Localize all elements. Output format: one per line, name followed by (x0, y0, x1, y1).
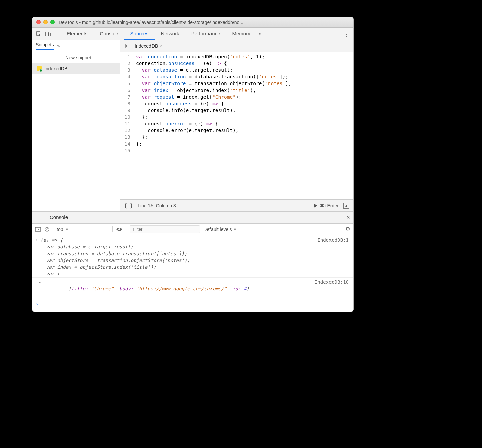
svg-rect-2 (49, 33, 50, 36)
sidebar-tab-snippets[interactable]: Snippets (36, 42, 54, 50)
console-settings-icon[interactable] (345, 226, 351, 232)
snippet-item[interactable]: IndexedDB (32, 63, 120, 74)
close-tab-icon[interactable]: × (160, 43, 163, 48)
editor-column: IndexedDB × 123456789101112131415 var co… (120, 40, 353, 211)
separator (112, 226, 113, 232)
kebab-menu-icon[interactable]: ⋮ (342, 30, 351, 38)
tab-console[interactable]: Console (94, 28, 124, 40)
file-tab-name: IndexedDB (135, 43, 158, 49)
tabs-overflow-icon[interactable]: » (256, 28, 264, 40)
log-source-link[interactable]: IndexedDB:1 (317, 237, 349, 277)
tab-network[interactable]: Network (155, 28, 185, 40)
devtools-window: DevTools - mdn.github.io/learning-area/j… (32, 17, 354, 312)
inspect-element-icon[interactable] (35, 30, 42, 38)
console-output: ‹ (e) => { var database = e.target.resul… (32, 235, 353, 312)
nav-back-icon[interactable] (123, 43, 129, 49)
titlebar: DevTools - mdn.github.io/learning-area/j… (32, 17, 353, 28)
run-snippet-button[interactable]: ⌘+Enter (314, 203, 339, 208)
chevron-down-icon: ▼ (233, 227, 237, 231)
chevron-down-icon: ▼ (65, 227, 69, 231)
levels-label: Default levels (203, 227, 232, 232)
console-prompt[interactable]: › (32, 300, 353, 308)
device-toolbar-icon[interactable] (44, 30, 52, 38)
console-log-row: ▸ {title: "Chrome", body: "https://www.g… (32, 277, 353, 300)
live-expression-icon[interactable] (116, 227, 123, 232)
prompt-chevron-icon: › (36, 301, 38, 307)
drawer-kebab-icon[interactable]: ⋮ (36, 214, 44, 221)
sidebar-kebab-icon[interactable]: ⋮ (108, 42, 116, 50)
new-snippet-button[interactable]: + New snippet (32, 52, 120, 63)
tab-memory[interactable]: Memory (226, 28, 256, 40)
separator (126, 226, 126, 232)
file-tab[interactable]: IndexedDB × (132, 40, 165, 52)
sources-panel: Snippets » ⋮ + New snippet IndexedDB Ind… (32, 40, 353, 211)
panel-tabs: ElementsConsoleSourcesNetworkPerformance… (61, 28, 256, 40)
close-window-icon[interactable] (36, 20, 41, 24)
separator (57, 31, 57, 37)
log-levels-selector[interactable]: Default levels ▼ (203, 227, 237, 232)
maximize-window-icon[interactable] (50, 20, 55, 24)
main-toolbar: ElementsConsoleSourcesNetworkPerformance… (32, 28, 353, 40)
separator (291, 226, 291, 232)
drawer-tab-console[interactable]: Console (48, 212, 69, 224)
console-drawer: ⋮ Console × top ▼ Default levels (32, 211, 353, 312)
context-selector[interactable]: top ▼ (57, 227, 109, 232)
filter-input[interactable] (130, 225, 200, 233)
window-title: DevTools - mdn.github.io/learning-area/j… (59, 20, 243, 25)
close-drawer-icon[interactable]: × (346, 214, 350, 221)
snippets-sidebar: Snippets » ⋮ + New snippet IndexedDB (32, 40, 120, 211)
tab-sources[interactable]: Sources (124, 28, 155, 40)
minimize-window-icon[interactable] (43, 20, 48, 24)
editor-status-bar: { } Line 15, Column 3 ⌘+Enter ▲ (120, 199, 353, 211)
tab-elements[interactable]: Elements (61, 28, 94, 40)
pretty-print-icon[interactable]: { } (124, 203, 133, 209)
snippet-name: IndexedDB (44, 66, 67, 71)
collapse-arrow-icon[interactable]: ‹ (35, 237, 40, 277)
expand-arrow-icon[interactable]: ▸ (35, 279, 40, 299)
separator (53, 226, 53, 232)
sidebar-header: Snippets » ⋮ (32, 40, 120, 52)
clear-console-icon[interactable] (44, 227, 50, 232)
svg-rect-1 (46, 32, 48, 36)
sidebar-tabs-overflow-icon[interactable]: » (57, 43, 60, 49)
code-editor[interactable]: 123456789101112131415 var connection = i… (120, 52, 353, 199)
console-sidebar-toggle-icon[interactable] (35, 227, 41, 232)
snippet-file-icon (37, 66, 42, 71)
code-content[interactable]: var connection = indexedDB.open('notes',… (133, 52, 353, 199)
traffic-lights (36, 20, 55, 24)
plus-icon: + (61, 55, 63, 60)
line-gutter: 123456789101112131415 (120, 52, 133, 199)
console-toolbar: top ▼ Default levels ▼ (32, 224, 353, 235)
log-source-link[interactable]: IndexedDB:10 (315, 279, 349, 299)
file-tab-bar: IndexedDB × (120, 40, 353, 52)
console-log-row: ‹ (e) => { var database = e.target.resul… (32, 236, 353, 277)
run-shortcut: ⌘+Enter (320, 203, 339, 208)
tab-performance[interactable]: Performance (185, 28, 226, 40)
toggle-drawer-icon[interactable]: ▲ (343, 203, 349, 209)
log-function-source[interactable]: (e) => { var database = e.target.result;… (40, 237, 313, 277)
context-value: top (57, 227, 63, 232)
log-object[interactable]: {title: "Chrome", body: "https://www.goo… (40, 279, 311, 299)
drawer-header: ⋮ Console × (32, 212, 353, 224)
cursor-position: Line 15, Column 3 (138, 203, 176, 208)
new-snippet-label: New snippet (65, 55, 91, 60)
